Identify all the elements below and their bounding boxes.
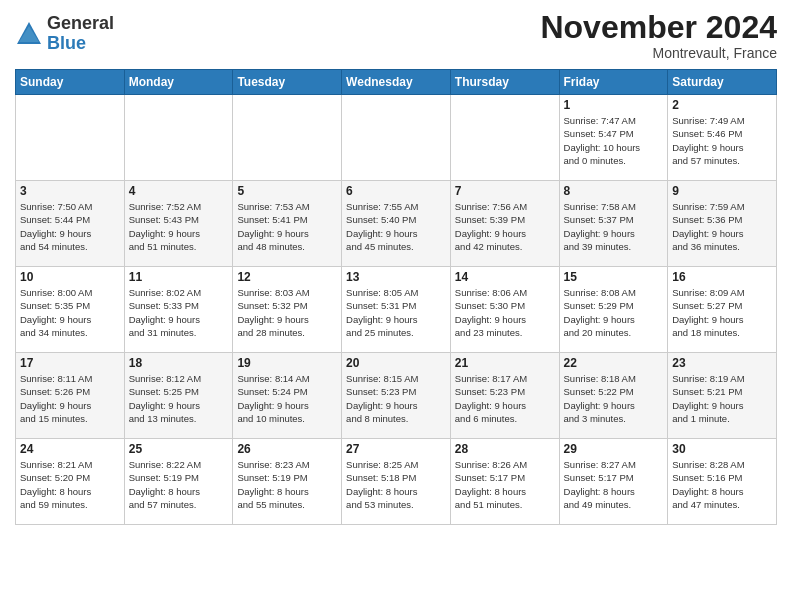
day-info: Sunrise: 8:23 AM Sunset: 5:19 PM Dayligh… (237, 458, 337, 511)
table-row: 30Sunrise: 8:28 AM Sunset: 5:16 PM Dayli… (668, 439, 777, 525)
month-title: November 2024 (540, 10, 777, 45)
table-row: 10Sunrise: 8:00 AM Sunset: 5:35 PM Dayli… (16, 267, 125, 353)
table-row (124, 95, 233, 181)
table-row: 3Sunrise: 7:50 AM Sunset: 5:44 PM Daylig… (16, 181, 125, 267)
table-row: 12Sunrise: 8:03 AM Sunset: 5:32 PM Dayli… (233, 267, 342, 353)
table-row: 28Sunrise: 8:26 AM Sunset: 5:17 PM Dayli… (450, 439, 559, 525)
calendar-week-row: 24Sunrise: 8:21 AM Sunset: 5:20 PM Dayli… (16, 439, 777, 525)
logo-text: General Blue (47, 14, 114, 54)
table-row: 5Sunrise: 7:53 AM Sunset: 5:41 PM Daylig… (233, 181, 342, 267)
day-number: 23 (672, 356, 772, 370)
calendar-table: Sunday Monday Tuesday Wednesday Thursday… (15, 69, 777, 525)
svg-marker-1 (19, 26, 39, 42)
header-wednesday: Wednesday (342, 70, 451, 95)
day-number: 29 (564, 442, 664, 456)
day-number: 14 (455, 270, 555, 284)
day-number: 27 (346, 442, 446, 456)
day-number: 11 (129, 270, 229, 284)
day-number: 1 (564, 98, 664, 112)
logo: General Blue (15, 14, 114, 54)
day-number: 15 (564, 270, 664, 284)
logo-blue: Blue (47, 33, 86, 53)
day-info: Sunrise: 7:52 AM Sunset: 5:43 PM Dayligh… (129, 200, 229, 253)
day-info: Sunrise: 8:19 AM Sunset: 5:21 PM Dayligh… (672, 372, 772, 425)
table-row: 14Sunrise: 8:06 AM Sunset: 5:30 PM Dayli… (450, 267, 559, 353)
day-info: Sunrise: 8:05 AM Sunset: 5:31 PM Dayligh… (346, 286, 446, 339)
day-info: Sunrise: 7:58 AM Sunset: 5:37 PM Dayligh… (564, 200, 664, 253)
table-row: 21Sunrise: 8:17 AM Sunset: 5:23 PM Dayli… (450, 353, 559, 439)
day-info: Sunrise: 8:12 AM Sunset: 5:25 PM Dayligh… (129, 372, 229, 425)
calendar-header-row: Sunday Monday Tuesday Wednesday Thursday… (16, 70, 777, 95)
table-row: 24Sunrise: 8:21 AM Sunset: 5:20 PM Dayli… (16, 439, 125, 525)
header-sunday: Sunday (16, 70, 125, 95)
table-row: 11Sunrise: 8:02 AM Sunset: 5:33 PM Dayli… (124, 267, 233, 353)
day-info: Sunrise: 8:11 AM Sunset: 5:26 PM Dayligh… (20, 372, 120, 425)
table-row (16, 95, 125, 181)
day-number: 3 (20, 184, 120, 198)
table-row: 29Sunrise: 8:27 AM Sunset: 5:17 PM Dayli… (559, 439, 668, 525)
header: General Blue November 2024 Montrevault, … (15, 10, 777, 61)
table-row: 19Sunrise: 8:14 AM Sunset: 5:24 PM Dayli… (233, 353, 342, 439)
header-tuesday: Tuesday (233, 70, 342, 95)
day-info: Sunrise: 8:09 AM Sunset: 5:27 PM Dayligh… (672, 286, 772, 339)
table-row: 27Sunrise: 8:25 AM Sunset: 5:18 PM Dayli… (342, 439, 451, 525)
day-info: Sunrise: 8:25 AM Sunset: 5:18 PM Dayligh… (346, 458, 446, 511)
logo-icon (15, 20, 43, 48)
table-row: 6Sunrise: 7:55 AM Sunset: 5:40 PM Daylig… (342, 181, 451, 267)
day-number: 17 (20, 356, 120, 370)
table-row: 18Sunrise: 8:12 AM Sunset: 5:25 PM Dayli… (124, 353, 233, 439)
day-number: 8 (564, 184, 664, 198)
day-number: 24 (20, 442, 120, 456)
day-info: Sunrise: 8:22 AM Sunset: 5:19 PM Dayligh… (129, 458, 229, 511)
day-info: Sunrise: 8:28 AM Sunset: 5:16 PM Dayligh… (672, 458, 772, 511)
header-thursday: Thursday (450, 70, 559, 95)
day-number: 16 (672, 270, 772, 284)
table-row: 8Sunrise: 7:58 AM Sunset: 5:37 PM Daylig… (559, 181, 668, 267)
day-info: Sunrise: 8:15 AM Sunset: 5:23 PM Dayligh… (346, 372, 446, 425)
day-info: Sunrise: 8:18 AM Sunset: 5:22 PM Dayligh… (564, 372, 664, 425)
day-info: Sunrise: 7:47 AM Sunset: 5:47 PM Dayligh… (564, 114, 664, 167)
day-info: Sunrise: 8:06 AM Sunset: 5:30 PM Dayligh… (455, 286, 555, 339)
day-number: 28 (455, 442, 555, 456)
day-number: 19 (237, 356, 337, 370)
day-info: Sunrise: 8:03 AM Sunset: 5:32 PM Dayligh… (237, 286, 337, 339)
day-number: 2 (672, 98, 772, 112)
calendar-week-row: 10Sunrise: 8:00 AM Sunset: 5:35 PM Dayli… (16, 267, 777, 353)
table-row: 20Sunrise: 8:15 AM Sunset: 5:23 PM Dayli… (342, 353, 451, 439)
day-number: 21 (455, 356, 555, 370)
table-row: 7Sunrise: 7:56 AM Sunset: 5:39 PM Daylig… (450, 181, 559, 267)
header-saturday: Saturday (668, 70, 777, 95)
day-info: Sunrise: 8:08 AM Sunset: 5:29 PM Dayligh… (564, 286, 664, 339)
day-info: Sunrise: 7:59 AM Sunset: 5:36 PM Dayligh… (672, 200, 772, 253)
day-number: 5 (237, 184, 337, 198)
day-number: 6 (346, 184, 446, 198)
day-number: 12 (237, 270, 337, 284)
day-number: 10 (20, 270, 120, 284)
day-number: 26 (237, 442, 337, 456)
day-number: 20 (346, 356, 446, 370)
day-info: Sunrise: 8:17 AM Sunset: 5:23 PM Dayligh… (455, 372, 555, 425)
table-row (233, 95, 342, 181)
day-info: Sunrise: 7:50 AM Sunset: 5:44 PM Dayligh… (20, 200, 120, 253)
day-info: Sunrise: 8:00 AM Sunset: 5:35 PM Dayligh… (20, 286, 120, 339)
table-row: 1Sunrise: 7:47 AM Sunset: 5:47 PM Daylig… (559, 95, 668, 181)
day-number: 30 (672, 442, 772, 456)
header-friday: Friday (559, 70, 668, 95)
day-number: 22 (564, 356, 664, 370)
day-number: 25 (129, 442, 229, 456)
table-row (450, 95, 559, 181)
table-row: 4Sunrise: 7:52 AM Sunset: 5:43 PM Daylig… (124, 181, 233, 267)
day-number: 9 (672, 184, 772, 198)
logo-general: General (47, 13, 114, 33)
header-monday: Monday (124, 70, 233, 95)
day-info: Sunrise: 7:55 AM Sunset: 5:40 PM Dayligh… (346, 200, 446, 253)
day-info: Sunrise: 7:53 AM Sunset: 5:41 PM Dayligh… (237, 200, 337, 253)
table-row (342, 95, 451, 181)
page-container: General Blue November 2024 Montrevault, … (0, 0, 792, 535)
table-row: 9Sunrise: 7:59 AM Sunset: 5:36 PM Daylig… (668, 181, 777, 267)
table-row: 13Sunrise: 8:05 AM Sunset: 5:31 PM Dayli… (342, 267, 451, 353)
table-row: 22Sunrise: 8:18 AM Sunset: 5:22 PM Dayli… (559, 353, 668, 439)
day-number: 13 (346, 270, 446, 284)
day-info: Sunrise: 8:14 AM Sunset: 5:24 PM Dayligh… (237, 372, 337, 425)
calendar-week-row: 17Sunrise: 8:11 AM Sunset: 5:26 PM Dayli… (16, 353, 777, 439)
